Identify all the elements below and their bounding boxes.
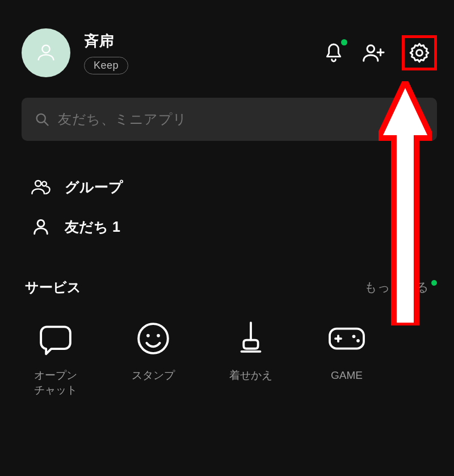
- openchat-icon: [38, 321, 73, 356]
- service-label: 着せかえ: [229, 368, 272, 383]
- service-openchat[interactable]: オープン チャット: [34, 319, 77, 397]
- search-icon: [34, 111, 50, 127]
- svg-point-1: [367, 45, 375, 53]
- services-grid: オープン チャット スタンプ 着せかえ: [0, 319, 454, 397]
- svg-point-3: [37, 114, 45, 123]
- settings-button[interactable]: [402, 35, 437, 70]
- header-actions: [322, 35, 437, 70]
- username-label: 斉帍: [84, 31, 128, 51]
- svg-point-4: [35, 181, 41, 186]
- avatar[interactable]: [22, 28, 70, 77]
- keep-button[interactable]: Keep: [84, 57, 128, 74]
- services-more-button[interactable]: もっと見る: [364, 279, 437, 296]
- bell-icon: [322, 41, 345, 64]
- group-icon: [31, 177, 51, 197]
- game-icon: [327, 323, 367, 354]
- notifications-button[interactable]: [322, 41, 345, 64]
- nav-friends-label: 友だち 1: [65, 218, 120, 236]
- svg-point-7: [138, 324, 168, 353]
- profile-header: 斉帍 Keep: [0, 0, 454, 94]
- service-theme[interactable]: 着せかえ: [229, 319, 272, 397]
- svg-point-0: [42, 45, 49, 53]
- svg-point-9: [157, 334, 160, 337]
- nav-list: グループ 友だち 1: [31, 167, 437, 247]
- add-friend-button[interactable]: [361, 41, 386, 65]
- svg-point-2: [417, 50, 423, 56]
- svg-point-12: [356, 339, 360, 343]
- service-label: GAME: [331, 368, 363, 383]
- svg-point-8: [146, 334, 150, 337]
- more-dot-icon: [431, 280, 437, 286]
- person-icon: [31, 217, 51, 236]
- search-placeholder: 友だち、ミニアプリ: [58, 110, 407, 128]
- brush-icon: [234, 320, 267, 357]
- services-more-label: もっと見る: [364, 279, 429, 296]
- nav-item-groups[interactable]: グループ: [31, 167, 437, 207]
- add-person-icon: [361, 41, 386, 65]
- services-title: サービス: [25, 278, 81, 297]
- notification-dot-icon: [341, 39, 347, 45]
- service-label: オープン チャット: [34, 368, 77, 397]
- scan-icon: [407, 111, 424, 127]
- services-section-header: サービス もっと見る: [0, 278, 454, 297]
- gear-icon: [408, 41, 431, 64]
- svg-point-5: [42, 182, 47, 186]
- search-bar[interactable]: 友だち、ミニアプリ: [22, 98, 437, 141]
- service-stamp[interactable]: スタンプ: [132, 319, 175, 397]
- nav-item-friends[interactable]: 友だち 1: [31, 207, 437, 247]
- profile-info: 斉帍 Keep: [84, 31, 128, 74]
- person-icon: [35, 41, 57, 64]
- service-label: スタンプ: [132, 368, 175, 383]
- smile-icon: [136, 321, 171, 356]
- svg-point-11: [352, 335, 356, 338]
- service-game[interactable]: GAME: [327, 319, 367, 397]
- nav-groups-label: グループ: [65, 178, 123, 197]
- svg-point-6: [37, 220, 44, 227]
